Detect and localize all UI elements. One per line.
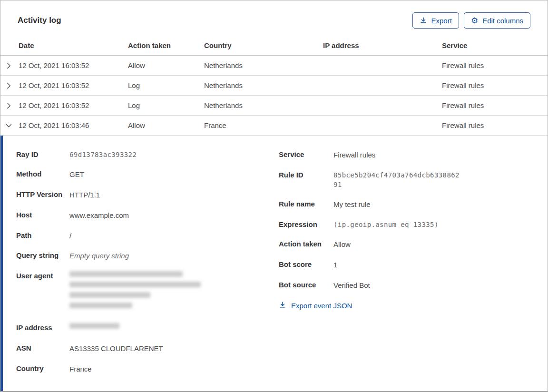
detail-row: Query string Empty query string (16, 251, 279, 261)
detail-label: Country (16, 364, 69, 374)
detail-row: Rule name My test rule (279, 199, 548, 210)
column-header-action: Action taken (128, 41, 204, 49)
detail-row: Action taken Allow (279, 239, 548, 250)
table-row[interactable]: 12 Oct, 2021 16:03:52 Log Netherlands Fi… (0, 76, 548, 96)
column-header-ip: IP address (323, 41, 442, 49)
detail-label: IP address (16, 323, 69, 333)
chevron-right-icon (5, 82, 12, 89)
detail-row: Country France (16, 364, 279, 374)
redacted-detail-value (69, 323, 119, 333)
row-country: France (204, 121, 323, 129)
row-expander[interactable] (0, 102, 19, 109)
row-date: 12 Oct, 2021 16:03:52 (19, 101, 128, 109)
download-icon (420, 17, 427, 24)
detail-value: 85bce5b204cf4703a764dcb633886291 (333, 170, 461, 190)
detail-row: Host www.example.com (16, 210, 279, 221)
redacted-line (69, 292, 150, 298)
chevron-right-icon (5, 62, 12, 69)
detail-value: My test rule (333, 199, 371, 210)
row-service: Firewall rules (442, 101, 548, 109)
detail-label: Method (16, 169, 69, 180)
detail-row: Expression (ip.geoip.asnum eq 13335) (279, 220, 548, 229)
detail-row: User agent (16, 271, 279, 313)
detail-label: Rule ID (279, 170, 333, 190)
row-date: 12 Oct, 2021 16:03:52 (19, 61, 128, 69)
chevron-down-icon (5, 122, 12, 129)
detail-row: HTTP Version HTTP/1.1 (16, 190, 279, 200)
detail-value: Verified Bot (333, 280, 370, 291)
row-date: 12 Oct, 2021 16:03:46 (19, 121, 128, 129)
detail-row: Ray ID 69d13783ac393322 (16, 150, 279, 159)
row-date: 12 Oct, 2021 16:03:52 (19, 81, 128, 89)
detail-label: Bot score (279, 260, 333, 270)
detail-value: HTTP/1.1 (69, 190, 100, 200)
detail-row: Rule ID 85bce5b204cf4703a764dcb633886291 (279, 170, 548, 190)
export-event-json-label: Export event JSON (291, 302, 352, 310)
table-body: 12 Oct, 2021 16:03:52 Allow Netherlands … (0, 56, 548, 136)
detail-label: ASN (16, 343, 69, 354)
chevron-right-icon (5, 102, 12, 109)
row-service: Firewall rules (442, 121, 548, 129)
export-button-label: Export (431, 17, 452, 25)
detail-label: Ray ID (16, 150, 69, 159)
detail-value: 69d13783ac393322 (69, 150, 137, 159)
column-header-service: Service (442, 41, 548, 49)
row-service: Firewall rules (442, 61, 548, 69)
table-header-row: Date Action taken Country IP address Ser… (0, 35, 548, 56)
detail-label: HTTP Version (16, 190, 69, 200)
row-expander[interactable] (0, 62, 19, 69)
detail-row: Bot source Verified Bot (279, 280, 548, 291)
edit-columns-button[interactable]: ⚙ Edit columns (464, 12, 530, 29)
row-country: Netherlands (204, 101, 323, 109)
detail-row: Service Firewall rules (279, 150, 548, 160)
row-expander[interactable] (0, 82, 19, 89)
expanded-event-details: Ray ID 69d13783ac393322 Method GET HTTP … (0, 136, 548, 391)
detail-row: IP address (16, 323, 279, 333)
detail-value: / (69, 231, 71, 241)
detail-row: ASN AS13335 CLOUDFLARENET (16, 343, 279, 354)
table-row[interactable]: 12 Oct, 2021 16:03:52 Allow Netherlands … (0, 56, 548, 76)
redacted-line (69, 282, 201, 287)
redacted-detail-value (69, 271, 201, 313)
row-expander[interactable] (0, 122, 19, 129)
export-button[interactable]: Export (412, 12, 459, 29)
row-country: Netherlands (204, 81, 323, 89)
detail-value: Allow (333, 239, 351, 250)
page-title: Activity log (18, 16, 61, 25)
redacted-line (69, 303, 132, 308)
detail-value: (ip.geoip.asnum eq 13335) (333, 220, 439, 229)
detail-label: Host (16, 210, 69, 221)
details-right-column: Service Firewall rules Rule ID 85bce5b20… (279, 150, 548, 391)
toolbar: Export ⚙ Edit columns (412, 12, 530, 29)
detail-label: User agent (16, 271, 69, 313)
detail-value: GET (69, 169, 84, 180)
row-action: Allow (128, 121, 204, 129)
export-event-json-link[interactable]: Export event JSON (279, 301, 352, 310)
detail-value: www.example.com (69, 210, 129, 221)
detail-label: Rule name (279, 199, 333, 210)
header-bar: Activity log Export ⚙ Edit columns (0, 0, 548, 35)
detail-label: Expression (279, 220, 333, 229)
row-action: Log (128, 81, 204, 89)
detail-label: Query string (16, 251, 69, 261)
detail-value: AS13335 CLOUDFLARENET (69, 343, 163, 354)
edit-columns-button-label: Edit columns (482, 17, 523, 25)
row-country: Netherlands (204, 61, 323, 69)
details-left-column: Ray ID 69d13783ac393322 Method GET HTTP … (16, 150, 279, 391)
row-action: Allow (128, 61, 204, 69)
detail-label: Path (16, 231, 69, 241)
detail-value: 1 (333, 260, 337, 270)
redacted-line (69, 271, 183, 277)
detail-row: Bot score 1 (279, 260, 548, 270)
download-icon (279, 301, 286, 310)
activity-log-panel: Activity log Export ⚙ Edit columns Date … (0, 0, 548, 392)
row-service: Firewall rules (442, 81, 548, 89)
table-row[interactable]: 12 Oct, 2021 16:03:52 Log Netherlands Fi… (0, 96, 548, 116)
redacted-line (69, 323, 119, 329)
table-row[interactable]: 12 Oct, 2021 16:03:46 Allow France Firew… (0, 116, 548, 136)
gear-icon: ⚙ (471, 17, 478, 25)
detail-label: Action taken (279, 239, 333, 250)
detail-label: Service (279, 150, 333, 160)
detail-row: Path / (16, 231, 279, 241)
row-action: Log (128, 101, 204, 109)
